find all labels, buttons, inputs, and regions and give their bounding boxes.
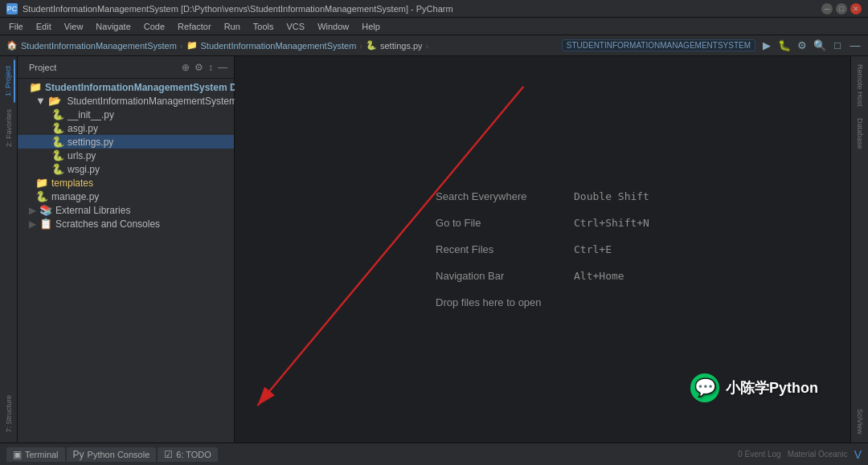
tree-file-label: urls.py <box>68 150 96 161</box>
folder-icon: 📁 <box>35 177 48 189</box>
menu-code[interactable]: Code <box>138 20 170 33</box>
shortcut-key: Alt+Home <box>574 270 624 282</box>
tree-file-label: settings.py <box>68 137 113 148</box>
menu-vcs[interactable]: VCS <box>281 20 311 33</box>
app-icon: PC <box>6 3 18 14</box>
breadcrumb-file[interactable]: settings.py <box>380 41 423 51</box>
python-file-icon: 🐍 <box>51 136 64 148</box>
event-log[interactable]: 0 Event Log <box>738 450 780 459</box>
terminal-icon: ▣ <box>13 449 22 460</box>
editor-area: Search Everywhere Double Shift Go to Fil… <box>235 56 850 443</box>
menu-window[interactable]: Window <box>312 20 354 33</box>
terminal-label: Terminal <box>25 450 59 459</box>
layout-icon[interactable]: □ <box>831 39 844 52</box>
menu-tools[interactable]: Tools <box>248 20 280 33</box>
tree-folder-templates[interactable]: 📁 templates <box>18 176 234 190</box>
breadcrumb-project[interactable]: StudentInformationManagementSystem <box>21 41 177 51</box>
window-controls[interactable]: ─ □ ✕ <box>821 3 862 14</box>
tree-file-manage[interactable]: 🐍 manage.py <box>18 190 234 203</box>
left-mini-tabs: 1: Project 2: Favorites 7: Structure <box>0 56 18 443</box>
tab-structure[interactable]: 7: Structure <box>3 389 14 439</box>
tree-file-asgi[interactable]: 🐍 asgi.py <box>18 121 234 135</box>
tab-sciview[interactable]: SciView <box>854 404 866 439</box>
project-panel: Project ⊕ ⚙ ↕ — 📁 StudentInformationMana… <box>18 56 235 443</box>
close-button[interactable]: ✕ <box>850 3 862 14</box>
tree-file-label: __init__.py <box>68 109 114 120</box>
folder-icon: 📁 <box>186 40 198 51</box>
python-file-icon: 🐍 <box>35 190 48 202</box>
settings-icon[interactable]: ⚙ <box>796 39 809 52</box>
shortcut-search: Search Everywhere Double Shift <box>436 190 649 202</box>
tree-scratches[interactable]: ▶ 📋 Scratches and Consoles <box>18 217 234 230</box>
collapse-icon[interactable]: ↕ <box>208 62 213 73</box>
python-console-label: Python Console <box>88 450 150 459</box>
env-selector[interactable]: STUDENTINFORMATIONMANAGEMENTSYSTEM <box>562 39 755 51</box>
tree-folder-label: templates <box>51 177 93 189</box>
shortcut-label: Go to File <box>436 217 564 229</box>
shortcut-goto: Go to File Ctrl+Shift+N <box>436 217 649 229</box>
watermark: 💬 小陈学Python <box>690 373 818 402</box>
python-file-icon: 🐍 <box>51 163 64 175</box>
tab-remote-host[interactable]: Remote Host <box>854 59 866 112</box>
shortcut-key: Ctrl+Shift+N <box>574 217 649 229</box>
tab-todo[interactable]: ☑ 6: TODO <box>158 447 218 462</box>
window-title: StudentInformationManagementSystem [D:\P… <box>23 4 821 14</box>
add-icon[interactable]: ⊕ <box>182 62 190 73</box>
home-icon: 🏠 <box>6 40 18 51</box>
expand-icon: ▶ <box>29 205 36 216</box>
python-file-icon: 🐍 <box>51 108 64 120</box>
tree-file-urls[interactable]: 🐍 urls.py <box>18 149 234 162</box>
shortcut-label: Drop files here to open <box>436 296 564 308</box>
right-sidebar: Remote Host Database SciView <box>850 56 868 443</box>
main-panel: 1: Project 2: Favorites 7: Structure Pro… <box>0 56 868 443</box>
project-panel-title: Project <box>29 63 177 72</box>
menu-refactor[interactable]: Refactor <box>172 20 217 33</box>
tree-ext-libraries[interactable]: ▶ 📚 External Libraries <box>18 203 234 217</box>
menu-file[interactable]: File <box>3 20 29 33</box>
menu-view[interactable]: View <box>59 20 89 33</box>
minimize-button[interactable]: ─ <box>821 3 833 14</box>
search-icon[interactable]: 🔍 <box>813 39 826 52</box>
nav-bar: 🏠 StudentInformationManagementSystem › 📁… <box>0 35 868 56</box>
todo-icon: ☑ <box>164 449 173 460</box>
debug-button[interactable]: 🐛 <box>778 39 791 52</box>
tree-folder-label: External Libraries <box>55 205 130 216</box>
shortcut-label: Search Everywhere <box>436 190 564 202</box>
tab-python-console[interactable]: Py Python Console <box>67 447 157 462</box>
tree-file-init[interactable]: 🐍 __init__.py <box>18 108 234 121</box>
settings-icon[interactable]: ⚙ <box>194 62 203 73</box>
python-file-icon: 🐍 <box>51 149 64 161</box>
run-button[interactable]: ▶ <box>760 39 773 52</box>
tab-favorites[interactable]: 2: Favorites <box>3 103 14 153</box>
tree-file-settings[interactable]: 🐍 settings.py <box>18 135 234 149</box>
tree-file-label: asgi.py <box>68 123 98 134</box>
menu-help[interactable]: Help <box>356 20 386 33</box>
menu-navigate[interactable]: Navigate <box>90 20 136 33</box>
nav-right-controls: STUDENTINFORMATIONMANAGEMENTSYSTEM ▶ 🐛 ⚙… <box>562 39 862 52</box>
breadcrumb-module[interactable]: StudentInformationManagementSystem <box>201 41 357 51</box>
library-icon: 📚 <box>39 204 52 216</box>
tree-file-wsgi[interactable]: 🐍 wsgi.py <box>18 162 234 176</box>
power-icon[interactable]: — <box>849 39 862 52</box>
todo-label: 6: TODO <box>176 450 211 459</box>
minimize-panel-icon[interactable]: — <box>218 62 227 73</box>
title-bar: PC StudentInformationManagementSystem [D… <box>0 0 868 18</box>
shortcut-label: Navigation Bar <box>436 270 564 282</box>
shortcut-recent: Recent Files Ctrl+E <box>436 243 649 255</box>
project-toolbar: Project ⊕ ⚙ ↕ — <box>18 56 234 79</box>
tab-terminal[interactable]: ▣ Terminal <box>6 447 65 462</box>
wechat-icon: 💬 <box>690 373 719 402</box>
menu-run[interactable]: Run <box>219 20 246 33</box>
tab-project[interactable]: 1: Project <box>2 59 15 103</box>
tab-database[interactable]: Database <box>854 113 866 154</box>
menu-edit[interactable]: Edit <box>31 20 57 33</box>
tree-folder-main[interactable]: ▼ 📂 StudentInformationManagementSystem <box>18 94 234 108</box>
folder-open-icon: 📁 <box>29 81 42 93</box>
maximize-button[interactable]: □ <box>836 3 847 14</box>
tree-root[interactable]: 📁 StudentInformationManagementSystem D:\… <box>18 80 234 94</box>
python-file-icon: 🐍 <box>51 122 64 134</box>
shortcut-key: Ctrl+E <box>574 243 612 255</box>
python-icon: 🐍 <box>366 40 377 51</box>
shortcut-nav: Navigation Bar Alt+Home <box>436 270 649 282</box>
tree-file-label: manage.py <box>51 191 99 202</box>
